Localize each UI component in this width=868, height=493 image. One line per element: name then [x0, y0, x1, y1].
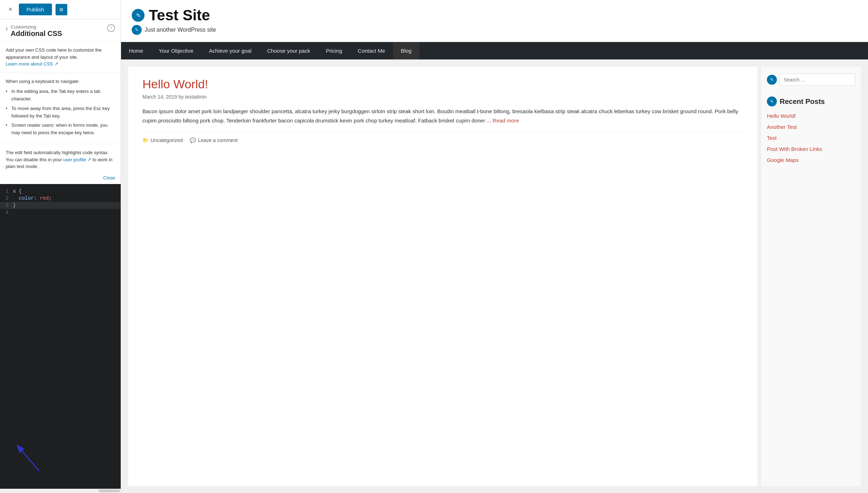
- bullet-item: In the editing area, the Tab key enters …: [6, 88, 115, 103]
- arrow-annotation: [11, 435, 82, 478]
- site-tagline-icon: ✎: [132, 25, 142, 35]
- code-line-3: 3 }: [0, 202, 121, 209]
- post-comment: 💬 Leave a comment: [190, 137, 237, 143]
- info-text: Add your own CSS code here to customize …: [6, 47, 102, 60]
- section-title: Additional CSS: [11, 30, 62, 38]
- recent-posts-widget: ✎ Recent Posts Hello World! Another Test…: [767, 96, 855, 164]
- tagline-row: ✎ Just another WordPress site: [132, 25, 216, 35]
- search-input[interactable]: [780, 74, 855, 86]
- code-line-4: 4: [0, 209, 121, 216]
- help-icon[interactable]: ?: [107, 24, 115, 32]
- svg-line-1: [18, 446, 39, 471]
- widget-icon: ✎: [770, 99, 774, 104]
- comment-icon: 💬: [190, 137, 196, 143]
- post-title: Hello World!: [142, 77, 743, 91]
- post-category: 📁 Uncategorized: [142, 137, 183, 143]
- search-icon-circle: ✎: [767, 75, 777, 85]
- code-editor[interactable]: 1 a { 2 color: red; 3 } 4: [0, 184, 121, 489]
- code-line-1: 1 a {: [0, 188, 121, 195]
- back-button[interactable]: ‹: [6, 25, 8, 32]
- nav-item-achieve[interactable]: Achieve your goal: [201, 42, 259, 59]
- widget-icon-circle: ✎: [767, 96, 777, 106]
- bullet-item: To move away from this area, press the E…: [6, 105, 115, 120]
- nav-item-home[interactable]: Home: [121, 42, 151, 59]
- close-x-button[interactable]: ×: [6, 4, 15, 15]
- post-meta: March 14, 2019 by testadmin: [142, 94, 743, 100]
- gear-button[interactable]: ⚙: [56, 4, 67, 15]
- site-logo-icon: ✎: [132, 9, 145, 22]
- line-number: 1: [0, 188, 13, 194]
- line-number: 4: [0, 210, 13, 215]
- nav-item-blog[interactable]: Blog: [393, 42, 419, 59]
- code-line-2: 2 color: red;: [0, 195, 121, 202]
- post-footer: 📁 Uncategorized 💬 Leave a comment: [142, 132, 743, 143]
- nav-item-pricing[interactable]: Pricing: [318, 42, 350, 59]
- category-link[interactable]: Uncategorized: [151, 137, 183, 143]
- top-bar: × Publish ⚙: [0, 0, 121, 19]
- read-more-link[interactable]: Read more: [493, 117, 519, 124]
- keyboard-info: When using a keyboard to navigate: In th…: [0, 73, 121, 145]
- recent-post-hello[interactable]: Hello World!: [767, 112, 855, 120]
- line-number: 3: [0, 203, 13, 208]
- customizer-header: ‹ Customizing Additional CSS ?: [0, 19, 121, 42]
- site-header: ✎ Test Site ✎ Just another WordPress sit…: [121, 0, 868, 42]
- recent-post-test[interactable]: Test: [767, 134, 855, 142]
- user-profile-link[interactable]: user profile ↗: [63, 157, 93, 162]
- widget-title: Recent Posts: [780, 98, 825, 106]
- recent-post-broken[interactable]: Post With Broken Links: [767, 145, 855, 153]
- publish-button[interactable]: Publish: [19, 4, 52, 15]
- posts-area: Hello World! March 14, 2019 by testadmin…: [128, 67, 758, 486]
- scrollbar-thumb[interactable]: [99, 489, 120, 492]
- site-nav: Home Your Objective Achieve your goal Ch…: [121, 42, 868, 59]
- line-number: 2: [0, 195, 13, 201]
- preview-panel: ✎ Test Site ✎ Just another WordPress sit…: [121, 0, 868, 493]
- sidebar: ✎ ✎ Recent Posts Hello World! Another Te…: [761, 67, 861, 486]
- main-content: Hello World! March 14, 2019 by testadmin…: [121, 59, 868, 493]
- customizer-panel: × Publish ⚙ ‹ Customizing Additional CSS…: [0, 0, 121, 493]
- folder-icon: 📁: [142, 137, 148, 143]
- nav-item-pack[interactable]: Choose your pack: [259, 42, 318, 59]
- bullet-item: Screen reader users: when in forms mode,…: [6, 122, 115, 137]
- site-name: Test Site: [149, 7, 210, 23]
- keyboard-bullet-list: In the editing area, the Tab key enters …: [6, 88, 115, 137]
- comment-link[interactable]: Leave a comment: [198, 137, 237, 143]
- recent-post-another[interactable]: Another Test: [767, 123, 855, 131]
- nav-item-objective[interactable]: Your Objective: [151, 42, 201, 59]
- close-link[interactable]: Close: [0, 175, 121, 184]
- info-section: Add your own CSS code here to customize …: [0, 42, 121, 73]
- line-content: }: [13, 203, 121, 208]
- search-widget: ✎: [767, 74, 855, 86]
- search-icon: ✎: [770, 77, 774, 82]
- line-content: color: red;: [13, 195, 121, 201]
- learn-more-link[interactable]: Learn more about CSS ↗: [6, 61, 58, 67]
- line-content: a {: [13, 188, 121, 194]
- site-tagline: Just another WordPress site: [145, 27, 216, 33]
- widget-title-row: ✎ Recent Posts: [767, 96, 855, 106]
- nav-item-contact[interactable]: Contact Me: [350, 42, 393, 59]
- extra-info: The edit field automatically highlights …: [0, 144, 121, 175]
- customizer-label: Customizing: [11, 24, 62, 30]
- post-excerpt: Bacon ipsum dolor amet pork loin landjae…: [142, 107, 743, 125]
- post-article: Hello World! March 14, 2019 by testadmin…: [142, 77, 743, 143]
- recent-post-maps[interactable]: Google Maps: [767, 156, 855, 164]
- keyboard-title: When using a keyboard to navigate:: [6, 78, 115, 85]
